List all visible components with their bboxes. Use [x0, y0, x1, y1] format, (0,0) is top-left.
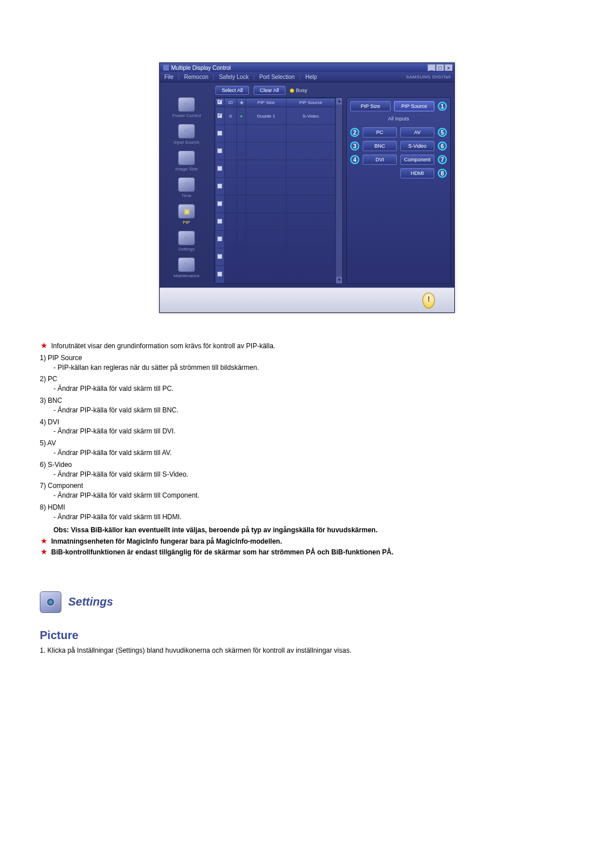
all-inputs-label: All Inputs	[350, 115, 447, 124]
table-row[interactable]	[215, 178, 335, 195]
sidebar-item-time[interactable]: ◔ Time	[178, 177, 195, 198]
cell-id	[225, 125, 237, 143]
list-lead: BNC	[40, 397, 62, 404]
list-item: PC- Ändrar PIP-källa för vald skärm till…	[40, 374, 574, 394]
av-button[interactable]: AV	[400, 127, 434, 137]
row-checkbox[interactable]	[217, 183, 222, 189]
table-row[interactable]	[215, 160, 335, 178]
cell-status	[237, 248, 246, 266]
sidebar-item-pip[interactable]: ▣ PIP	[178, 204, 195, 225]
toolbar: Select All Clear All Busy	[214, 86, 451, 97]
row-checkbox[interactable]	[217, 166, 222, 171]
cell-pip-size	[246, 178, 287, 195]
row-checkbox[interactable]	[217, 272, 222, 277]
table-row[interactable]	[215, 266, 335, 283]
settings-icon: ◉	[178, 231, 195, 245]
window-restore-button[interactable]: □	[436, 64, 444, 71]
cell-pip-size	[246, 231, 287, 248]
row-checkbox[interactable]	[217, 254, 222, 259]
list-body: - Ändrar PIP-källa för vald skärm till S…	[53, 470, 574, 479]
row-checkbox[interactable]	[217, 131, 222, 136]
cell-pip-source	[286, 248, 335, 266]
bnc-button[interactable]: BNC	[363, 141, 397, 151]
intro-text: Inforutnätet visar den grundinformation …	[51, 341, 275, 351]
menu-file[interactable]: File	[163, 74, 175, 80]
display-table: ID ◈ PIP Size PIP Source 0●Double 1S-Vid…	[215, 98, 335, 283]
select-all-button[interactable]: Select All	[215, 86, 249, 95]
note-magicinfo: Inmatningsenheten för MagicInfo fungerar…	[51, 537, 282, 546]
pip-source-button[interactable]: PIP Source	[394, 101, 434, 111]
list-lead: PIP Source	[40, 354, 82, 362]
menu-remocon[interactable]: Remocon	[183, 74, 210, 80]
table-row[interactable]	[215, 231, 335, 248]
row-checkbox[interactable]	[217, 113, 222, 118]
col-pip-source[interactable]: PIP Source	[286, 98, 335, 107]
pc-button[interactable]: PC	[363, 127, 397, 137]
obs-text: Obs: Vissa BiB-källor kan eventuellt int…	[53, 525, 574, 535]
list-item: AV- Ändrar PIP-källa för vald skärm till…	[40, 439, 574, 458]
list-item: S-Video- Ändrar PIP-källa för vald skärm…	[40, 460, 574, 479]
cell-pip-size	[246, 125, 287, 143]
pip-size-button[interactable]: PIP Size	[350, 101, 391, 111]
cell-status	[237, 195, 246, 213]
cell-id	[225, 178, 237, 195]
power-icon: ◉	[178, 97, 195, 112]
table-row[interactable]	[215, 248, 335, 266]
cell-pip-size: Double 1	[246, 107, 287, 125]
col-pip-size[interactable]: PIP Size	[246, 98, 287, 107]
list-lead: AV	[40, 439, 56, 447]
row-checkbox[interactable]	[217, 236, 222, 241]
col-id[interactable]: ID	[225, 98, 237, 107]
cell-status	[237, 213, 246, 231]
table-row[interactable]	[215, 143, 335, 160]
component-button[interactable]: Component	[400, 155, 434, 165]
row-checkbox[interactable]	[217, 148, 222, 153]
list-body: - Ändrar PIP-källa för vald skärm till C…	[53, 491, 574, 500]
menu-help[interactable]: Help	[304, 74, 318, 80]
cell-pip-source	[286, 266, 335, 283]
side-nav: ◉ Power Control ▣ Input Source ◎ Image S…	[162, 86, 211, 284]
menu-safety-lock[interactable]: Safety Lock	[218, 74, 250, 80]
col-status[interactable]: ◈	[237, 98, 246, 107]
table-row[interactable]	[215, 213, 335, 231]
clear-all-button[interactable]: Clear All	[254, 86, 285, 95]
table-row[interactable]: 0●Double 1S-Video	[215, 107, 335, 125]
callout-3: 3	[350, 141, 359, 151]
window-close-button[interactable]: ×	[445, 64, 453, 71]
sidebar-item-input-source[interactable]: ▣ Input Source	[173, 124, 199, 145]
table-row[interactable]	[215, 125, 335, 143]
sidebar-item-image-size[interactable]: ◎ Image Size	[175, 151, 198, 172]
hdmi-button[interactable]: HDMI	[400, 168, 434, 178]
app-icon	[163, 65, 169, 70]
sidebar-item-label: Maintenance	[173, 273, 200, 278]
cell-pip-source	[286, 160, 335, 178]
list-lead: S-Video	[40, 461, 72, 469]
busy-indicator: Busy	[290, 87, 308, 93]
sidebar-item-power-control[interactable]: ◉ Power Control	[172, 97, 201, 118]
cell-id	[225, 248, 237, 266]
table-scrollbar[interactable]: ▴ ▾	[335, 98, 342, 283]
sidebar-item-settings[interactable]: ◉ Settings	[178, 231, 195, 252]
dvi-button[interactable]: DVI	[363, 155, 397, 165]
row-checkbox[interactable]	[217, 219, 222, 224]
row-checkbox[interactable]	[217, 201, 222, 206]
list-body: - PIP-källan kan regleras när du sätter …	[53, 363, 574, 373]
scroll-down-icon[interactable]: ▾	[336, 277, 342, 283]
cell-id: 0	[225, 107, 237, 125]
s-video-button[interactable]: S-Video	[400, 141, 434, 151]
sidebar-item-maintenance[interactable]: ✎ Maintenance	[173, 257, 200, 278]
scroll-up-icon[interactable]: ▴	[336, 98, 342, 105]
callout-2: 2	[350, 128, 359, 137]
menu-port-selection[interactable]: Port Selection	[258, 74, 296, 80]
list-item: BNC- Ändrar PIP-källa för vald skärm til…	[40, 396, 574, 415]
cell-pip-size	[246, 143, 287, 160]
list-lead: Component	[40, 482, 83, 490]
cell-status	[237, 178, 246, 195]
settings-section-icon	[40, 591, 61, 613]
window-minimize-button[interactable]: _	[428, 64, 435, 71]
document-text: ★ Inforutnätet visar den grundinformatio…	[40, 341, 574, 654]
picture-steps: Klicka på Inställningar (Settings) bland…	[40, 646, 574, 654]
table-row[interactable]	[215, 195, 335, 213]
col-checkbox[interactable]	[215, 98, 225, 107]
list-body: - Ändrar PIP-källa för vald skärm till P…	[53, 384, 574, 394]
